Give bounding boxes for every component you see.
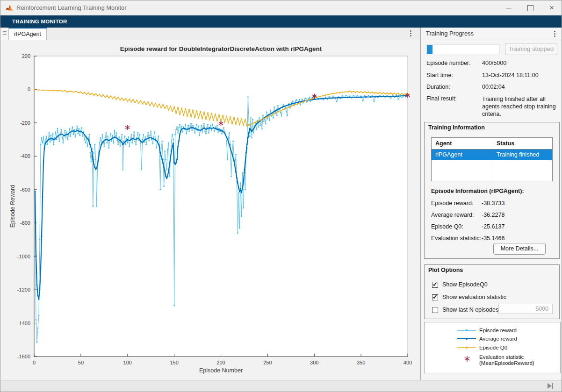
svg-text:400: 400 <box>403 360 412 365</box>
agent-status-table: Agent Status rlPGAgent Training finished <box>431 137 553 181</box>
agent-cell: rlPGAgent <box>432 150 462 160</box>
training-progress-bar <box>426 44 500 54</box>
episode-information-title: Episode Information (rlPGAgent): <box>431 188 524 194</box>
panel-header: Training Progress <box>421 28 562 40</box>
svg-text:300: 300 <box>310 360 318 365</box>
svg-text:Episode Reward: Episode Reward <box>9 185 16 228</box>
svg-text:Episode reward for DoubleInteg: Episode reward for DoubleIntegratorDiscr… <box>120 45 322 52</box>
svg-text:350: 350 <box>357 360 365 365</box>
svg-text:50: 50 <box>78 360 84 365</box>
close-button[interactable]: × <box>541 1 562 15</box>
tab-menu-dots-icon[interactable] <box>410 30 411 37</box>
show-last-n-label: Show last N episodes <box>442 306 498 313</box>
table-header-agent: Agent <box>432 138 452 149</box>
svg-text:-200: -200 <box>20 120 30 126</box>
training-progress-panel: Training Progress Training stopped Episo… <box>421 28 562 380</box>
status-bar <box>0 380 562 392</box>
show-episodeq0-checkbox[interactable] <box>432 282 438 288</box>
episode-reward-value: -38.3733 <box>482 200 504 207</box>
legend-average-reward: Average reward <box>479 336 517 342</box>
duration-value: 00:02:04 <box>482 84 505 90</box>
episode-reward-label: Episode reward: <box>431 200 473 207</box>
last-n-episodes-input[interactable]: 5000 <box>498 304 553 314</box>
svg-text:-1600: -1600 <box>17 354 30 359</box>
final-result-value: Training finished after all agents reach… <box>482 95 558 118</box>
svg-text:-800: -800 <box>20 220 30 226</box>
svg-text:150: 150 <box>170 360 178 365</box>
show-episodeq0-label: Show EpisodeQ0 <box>442 281 488 288</box>
toolstrip: TRAINING MONITOR <box>0 15 562 28</box>
start-time-value: 13-Oct-2024 18:11:00 <box>482 72 539 78</box>
status-cell: Training finished <box>493 150 539 160</box>
svg-text:200: 200 <box>216 360 225 365</box>
show-evaluation-statistic-label: Show evaluation statistic <box>442 294 506 300</box>
svg-text:-600: -600 <box>20 187 30 192</box>
panel-title: Training Progress <box>426 28 474 40</box>
svg-text:-1400: -1400 <box>17 321 30 326</box>
average-reward-label: Average reward: <box>431 212 474 218</box>
evaluation-statistic-asterisk-icon <box>464 356 470 362</box>
show-evaluation-statistic-checkbox[interactable] <box>432 294 438 300</box>
show-last-n-checkbox[interactable] <box>432 307 438 313</box>
svg-text:0: 0 <box>28 86 30 92</box>
tab-rlpgagent[interactable]: rlPGAgent <box>8 28 47 40</box>
svg-text:-1000: -1000 <box>17 254 30 259</box>
episode-q0-value: -25.6137 <box>482 223 504 230</box>
more-details-button[interactable]: More Details... <box>493 243 546 255</box>
tab-label: rlPGAgent <box>14 31 41 37</box>
panel-menu-dots-icon[interactable] <box>554 31 555 38</box>
training-information-title: Training Information <box>428 124 485 131</box>
episode-number-value: 400/5000 <box>482 60 506 66</box>
svg-text:100: 100 <box>123 360 132 365</box>
average-reward-value: -36.2278 <box>482 212 504 218</box>
tab-list-icon <box>3 31 7 36</box>
svg-text:200: 200 <box>22 53 30 59</box>
progress-fill <box>427 45 432 54</box>
final-result-label: Final result: <box>426 95 457 102</box>
legend-evaluation-statistic: Evaluation statistic (MeanEpisodeReward) <box>479 354 534 366</box>
svg-text:Episode Number: Episode Number <box>199 367 243 374</box>
episode-q0-legend-line <box>457 345 476 350</box>
toolstrip-tab-training-monitor[interactable]: TRAINING MONITOR <box>12 15 67 28</box>
training-stopped-button[interactable]: Training stopped <box>505 43 557 55</box>
training-chart: 2000-200-400-600-800-1000-1200-1400-1600… <box>0 40 420 380</box>
plot-options-section: Plot Options Show EpisodeQ0 Show evaluat… <box>424 264 560 319</box>
evaluation-statistic-value: -35.1466 <box>482 235 504 242</box>
table-header-row: Agent Status <box>432 138 552 150</box>
episode-reward-legend-line <box>457 328 476 333</box>
svg-text:-400: -400 <box>20 153 30 159</box>
matlab-logo-icon <box>5 4 14 12</box>
skip-to-end-icon[interactable] <box>547 383 554 389</box>
minimize-button[interactable] <box>498 1 519 15</box>
average-reward-legend-line <box>457 336 476 341</box>
window-title: Reinforcement Learning Training Monitor <box>16 0 127 15</box>
svg-text:0: 0 <box>33 360 36 365</box>
evaluation-statistic-label: Evaluation statistic: <box>431 235 481 242</box>
duration-label: Duration: <box>426 84 450 90</box>
start-time-label: Start time: <box>426 72 453 78</box>
svg-text:250: 250 <box>263 360 272 365</box>
episode-number-label: Episode number: <box>426 60 471 66</box>
tab-overflow-strip[interactable] <box>0 28 9 40</box>
chart-legend: Episode reward Average reward Episode Q0… <box>424 322 561 373</box>
table-row[interactable]: rlPGAgent Training finished <box>432 150 552 160</box>
legend-episode-reward: Episode reward <box>479 328 517 334</box>
training-information-section: Training Information Agent Status rlPGAg… <box>424 122 560 259</box>
figure-area: 2000-200-400-600-800-1000-1200-1400-1600… <box>0 40 420 380</box>
table-header-status: Status <box>493 138 514 149</box>
window-titlebar: Reinforcement Learning Training Monitor … <box>0 0 562 16</box>
episode-q0-label: Episode Q0: <box>431 223 463 230</box>
maximize-button[interactable] <box>519 1 541 15</box>
plot-options-title: Plot Options <box>428 267 463 273</box>
svg-text:-1200: -1200 <box>17 287 30 292</box>
legend-episode-q0: Episode Q0 <box>479 345 507 351</box>
document-tabstrip <box>0 28 420 40</box>
